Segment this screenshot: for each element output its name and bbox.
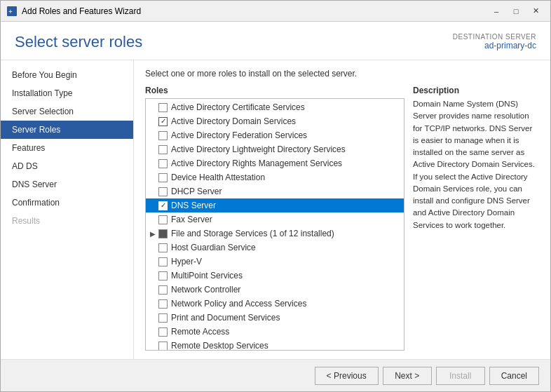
sidebar-item-confirmation[interactable]: Confirmation (1, 194, 133, 212)
role-checkbox[interactable] (158, 187, 168, 196)
role-item[interactable]: Active Directory Federation Services (146, 128, 404, 142)
header-section: Select server roles DESTINATION SERVER a… (1, 22, 550, 60)
role-label: Hyper-V (171, 257, 400, 266)
sidebar-item-server-selection[interactable]: Server Selection (1, 102, 133, 121)
role-label: DHCP Server (171, 187, 400, 196)
role-label: Remote Access (171, 327, 400, 337)
role-item[interactable]: Active Directory Rights Management Servi… (146, 156, 404, 170)
sidebar-item-before-you-begin[interactable]: Before You Begin (1, 66, 133, 84)
close-button[interactable]: ✕ (526, 4, 545, 18)
role-checkbox[interactable] (158, 243, 168, 252)
role-label: Active Directory Rights Management Servi… (171, 158, 400, 168)
roles-list[interactable]: Active Directory Certificate ServicesAct… (145, 98, 404, 351)
wizard-window: + Add Roles and Features Wizard – □ ✕ Se… (0, 0, 551, 392)
description-text: Domain Name System (DNS) Server provides… (413, 98, 539, 231)
content-area: Select server roles DESTINATION SERVER a… (1, 22, 550, 391)
role-checkbox[interactable] (158, 215, 168, 224)
next-button[interactable]: Next > (383, 367, 432, 385)
roles-description-area: Roles Active Directory Certificate Servi… (145, 86, 539, 351)
role-item[interactable]: Remote Access (146, 325, 404, 339)
role-item[interactable]: Host Guardian Service (146, 241, 404, 255)
expand-arrow-icon: ▶ (150, 230, 158, 238)
main-body: Before You BeginInstallation TypeServer … (1, 60, 550, 359)
title-bar-left: + Add Roles and Features Wizard (6, 6, 141, 17)
previous-button[interactable]: < Previous (315, 367, 379, 385)
destination-server: DESTINATION SERVER ad-primary-dc (453, 33, 536, 50)
role-item[interactable]: Network Policy and Access Services (146, 297, 404, 311)
role-checkbox[interactable] (158, 229, 168, 238)
page-title: Select server roles (15, 33, 142, 51)
role-item[interactable]: DNS Server (146, 198, 404, 212)
role-item[interactable]: Hyper-V (146, 255, 404, 269)
role-checkbox[interactable] (158, 201, 168, 210)
role-item[interactable]: Fax Server (146, 212, 404, 227)
role-checkbox[interactable] (158, 173, 168, 182)
role-label: Host Guardian Service (171, 243, 400, 252)
roles-list-inner: Active Directory Certificate ServicesAct… (146, 99, 404, 351)
role-item[interactable]: Remote Desktop Services (146, 339, 404, 351)
sidebar-item-features[interactable]: Features (1, 139, 133, 157)
role-item[interactable]: MultiPoint Services (146, 269, 404, 283)
instruction-text: Select one or more roles to install on t… (145, 69, 539, 79)
role-checkbox[interactable] (158, 299, 168, 309)
minimize-button[interactable]: – (487, 4, 505, 18)
role-checkbox[interactable] (158, 145, 168, 154)
roles-panel: Roles Active Directory Certificate Servi… (145, 86, 404, 351)
server-name: ad-primary-dc (453, 41, 536, 50)
wizard-icon: + (6, 6, 18, 17)
maximize-button[interactable]: □ (507, 4, 525, 18)
role-item[interactable]: Active Directory Lightweight Directory S… (146, 142, 404, 156)
role-label: Active Directory Lightweight Directory S… (171, 144, 400, 154)
footer: < Previous Next > Install Cancel (1, 359, 550, 391)
role-checkbox[interactable] (158, 117, 168, 126)
role-checkbox[interactable] (158, 103, 168, 112)
role-label: Print and Document Services (171, 313, 400, 323)
main-content: Select one or more roles to install on t… (134, 60, 550, 359)
sidebar: Before You BeginInstallation TypeServer … (1, 60, 134, 359)
svg-text:+: + (8, 8, 13, 15)
role-label: Active Directory Federation Services (171, 130, 400, 140)
role-label: Network Controller (171, 285, 400, 295)
title-bar-title: Add Roles and Features Wizard (22, 6, 141, 16)
role-label: Active Directory Certificate Services (171, 102, 400, 112)
description-panel: Description Domain Name System (DNS) Ser… (413, 86, 539, 351)
cancel-button[interactable]: Cancel (489, 367, 539, 385)
role-label: Fax Server (171, 215, 400, 224)
role-checkbox[interactable] (158, 313, 168, 323)
sidebar-item-installation-type[interactable]: Installation Type (1, 84, 133, 102)
role-checkbox[interactable] (158, 327, 168, 337)
sidebar-item-results: Results (1, 212, 133, 230)
role-label: Network Policy and Access Services (171, 299, 400, 309)
install-button[interactable]: Install (436, 367, 485, 385)
role-item[interactable]: Network Controller (146, 283, 404, 297)
roles-label: Roles (145, 86, 404, 95)
role-item[interactable]: Device Health Attestation (146, 170, 404, 184)
role-item[interactable]: DHCP Server (146, 184, 404, 198)
description-label: Description (413, 86, 539, 95)
role-item[interactable]: Active Directory Certificate Services (146, 100, 404, 114)
sidebar-item-ad-ds[interactable]: AD DS (1, 157, 133, 175)
role-checkbox[interactable] (158, 342, 168, 351)
role-checkbox[interactable] (158, 285, 168, 295)
role-label: DNS Server (171, 201, 400, 210)
role-checkbox[interactable] (158, 131, 168, 140)
role-label: Active Directory Domain Services (171, 116, 400, 126)
role-checkbox[interactable] (158, 257, 168, 266)
role-label: MultiPoint Services (171, 271, 400, 281)
title-bar: + Add Roles and Features Wizard – □ ✕ (1, 1, 550, 22)
role-item[interactable]: ▶File and Storage Services (1 of 12 inst… (146, 227, 404, 241)
role-item[interactable]: Print and Document Services (146, 311, 404, 325)
role-item[interactable]: Active Directory Domain Services (146, 114, 404, 128)
role-checkbox[interactable] (158, 271, 168, 281)
sidebar-item-server-roles[interactable]: Server Roles (1, 121, 133, 139)
sidebar-item-dns-server[interactable]: DNS Server (1, 175, 133, 194)
role-label: Device Health Attestation (171, 173, 400, 182)
destination-label: DESTINATION SERVER (453, 33, 536, 41)
title-bar-controls: – □ ✕ (487, 4, 545, 18)
role-checkbox[interactable] (158, 159, 168, 168)
role-label: File and Storage Services (1 of 12 insta… (171, 229, 400, 238)
role-label: Remote Desktop Services (171, 341, 400, 351)
